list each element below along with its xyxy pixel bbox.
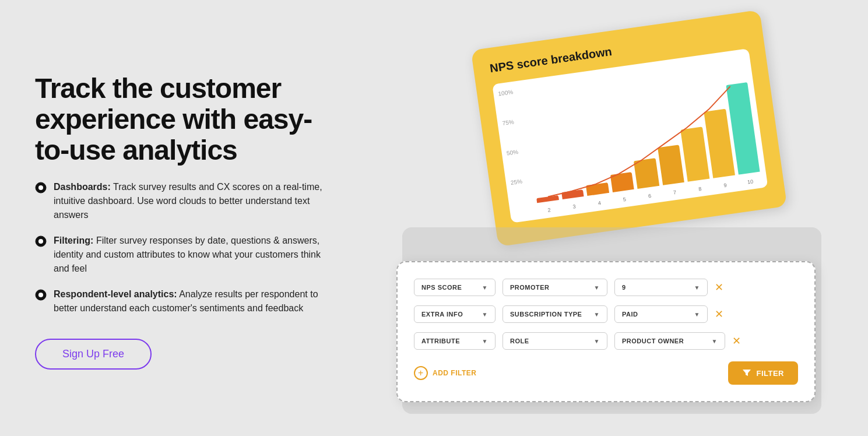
filter-extra-info[interactable]: EXTRA INFO ▼: [414, 305, 496, 323]
y-label-100: 100%: [498, 89, 514, 97]
chevron-down-icon: ▼: [594, 284, 600, 291]
feature-dashboards: Dashboards: Track survey results and CX …: [35, 180, 338, 222]
filter-funnel-icon: [742, 368, 751, 378]
svg-point-1: [38, 185, 43, 190]
filter-button-label: FILTER: [756, 369, 784, 378]
features-list: Dashboards: Track survey results and CX …: [35, 180, 338, 315]
feature-dashboards-text: Dashboards: Track survey results and CX …: [54, 180, 338, 222]
y-label-25: 25%: [510, 178, 526, 186]
chevron-down-icon: ▼: [482, 284, 488, 291]
x-label-6: 6: [638, 192, 661, 201]
filter-subscription-type-label: SUBSCRIPTION TYPE: [510, 311, 582, 318]
filter-attribute-label: ATTRIBUTE: [421, 337, 460, 344]
filter-row-1: NPS SCORE ▼ PROMOTER ▼ 9 ▼ ✕: [414, 279, 798, 296]
feature-filtering: Filtering: Filter survey responses by da…: [35, 234, 338, 276]
x-label-4: 4: [588, 199, 611, 208]
feature-dashboards-label: Dashboards:: [54, 182, 111, 192]
feature-respondent-text: Respondent-level analytics: Analyze resu…: [54, 287, 338, 315]
x-label-7: 7: [663, 188, 686, 197]
chevron-down-icon: ▼: [482, 338, 488, 344]
chart-area: 100% 75% 50% 25%: [492, 48, 768, 223]
filter-row-3: ATTRIBUTE ▼ ROLE ▼ PRODUCT OWNER ▼ ✕: [414, 332, 798, 350]
svg-point-5: [38, 293, 43, 297]
x-label-10: 10: [739, 177, 762, 186]
svg-point-3: [38, 239, 43, 244]
filter-paid-label: PAID: [622, 311, 638, 318]
filter-promoter-label: PROMOTER: [510, 284, 550, 291]
x-label-9: 9: [714, 181, 737, 189]
feature-respondent: Respondent-level analytics: Analyze resu…: [35, 287, 338, 315]
filter-nps-score-label: NPS SCORE: [421, 284, 462, 291]
feature-filtering-text: Filtering: Filter survey responses by da…: [54, 234, 338, 276]
chevron-down-icon: ▼: [594, 338, 600, 344]
right-panel: NPS score breakdown 100% 75% 50% 25%: [361, 23, 833, 420]
filter-role[interactable]: ROLE ▼: [502, 332, 607, 350]
feature-filtering-label: Filtering:: [54, 235, 93, 245]
nps-chart-card: NPS score breakdown 100% 75% 50% 25%: [471, 10, 787, 247]
filter-product-owner[interactable]: PRODUCT OWNER ▼: [614, 332, 725, 350]
remove-row-3-button[interactable]: ✕: [732, 335, 741, 347]
bullet-icon-dashboards: [35, 182, 47, 198]
filter-9[interactable]: 9 ▼: [614, 279, 708, 296]
feature-respondent-label: Respondent-level analytics:: [54, 289, 177, 299]
filter-role-label: ROLE: [510, 337, 529, 344]
add-filter-button[interactable]: + ADD FILTER: [414, 366, 476, 380]
filter-9-label: 9: [622, 284, 626, 291]
page-container: Track the customer experience with easy-…: [0, 0, 868, 436]
chevron-down-icon: ▼: [712, 338, 718, 344]
filter-action-row: + ADD FILTER FILTER: [414, 361, 798, 385]
filter-product-owner-label: PRODUCT OWNER: [622, 337, 684, 344]
page-title: Track the customer experience with easy-…: [35, 73, 338, 166]
chart-y-labels: 100% 75% 50% 25%: [498, 89, 526, 186]
signup-button[interactable]: Sign Up Free: [35, 339, 152, 370]
filter-paid[interactable]: PAID ▼: [614, 305, 708, 323]
y-label-50: 50%: [506, 148, 522, 156]
filter-card: NPS SCORE ▼ PROMOTER ▼ 9 ▼ ✕ EXTRA INFO …: [396, 261, 816, 402]
filter-promoter[interactable]: PROMOTER ▼: [502, 279, 607, 296]
filter-subscription-type[interactable]: SUBSCRIPTION TYPE ▼: [502, 305, 607, 323]
x-label-8: 8: [689, 184, 712, 193]
apply-filter-button[interactable]: FILTER: [728, 361, 798, 385]
add-circle-icon: +: [414, 366, 428, 380]
x-label-5: 5: [613, 195, 636, 204]
chevron-down-icon: ▼: [694, 284, 700, 291]
bullet-icon-respondent: [35, 289, 47, 305]
remove-row-1-button[interactable]: ✕: [715, 281, 723, 294]
chevron-down-icon: ▼: [694, 311, 700, 318]
filter-row-2: EXTRA INFO ▼ SUBSCRIPTION TYPE ▼ PAID ▼ …: [414, 305, 798, 323]
filter-extra-info-label: EXTRA INFO: [421, 311, 463, 318]
x-label-2: 2: [538, 206, 561, 215]
left-panel: Track the customer experience with easy-…: [35, 73, 338, 369]
add-filter-label: ADD FILTER: [433, 369, 476, 377]
remove-row-2-button[interactable]: ✕: [715, 308, 723, 321]
chevron-down-icon: ▼: [594, 311, 600, 318]
bullet-icon-filtering: [35, 235, 47, 251]
chevron-down-icon: ▼: [482, 311, 488, 318]
filter-nps-score[interactable]: NPS SCORE ▼: [414, 279, 496, 296]
y-label-75: 75%: [502, 118, 518, 126]
x-label-3: 3: [563, 202, 586, 211]
filter-attribute[interactable]: ATTRIBUTE ▼: [414, 332, 496, 350]
